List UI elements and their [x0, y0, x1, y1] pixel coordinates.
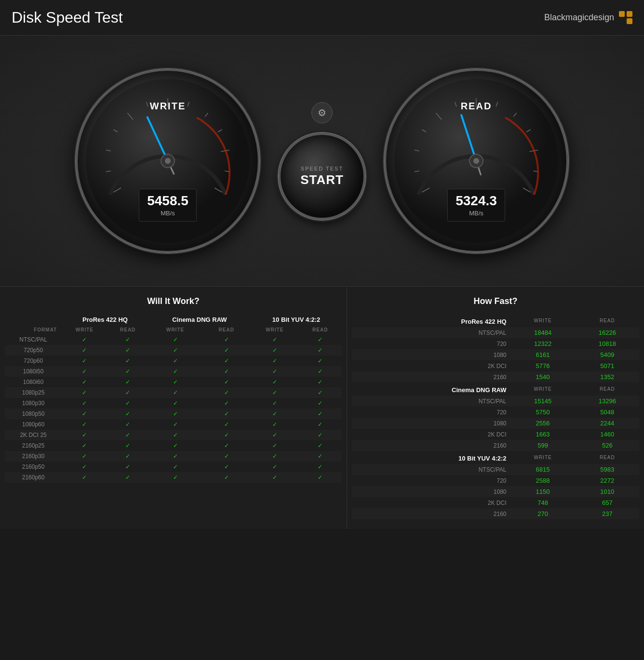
brand-icon-cell-2: [627, 11, 632, 17]
check-mark: ✓: [202, 451, 251, 462]
hf-col-read: READ: [576, 451, 639, 464]
codec-header-3: 10 Bit YUV 4:2:2: [251, 314, 342, 325]
hf-read-value: 237: [576, 508, 639, 519]
check-mark: ✓: [202, 430, 251, 440]
hf-write-value: 6815: [510, 464, 576, 475]
hf-read-value: 1460: [576, 429, 639, 440]
check-mark: ✓: [107, 409, 148, 419]
hf-data-row: 108061615409: [352, 349, 639, 360]
hf-data-row: 2160270237: [352, 508, 639, 519]
write-gauge-outer: WRITE 5458.5 MB/s: [76, 69, 259, 252]
check-mark: ✓: [298, 430, 342, 440]
check-mark: ✓: [107, 430, 148, 440]
check-mark: ✓: [298, 356, 342, 366]
hf-data-row: 2K DCI748657: [352, 497, 639, 508]
hf-read-value: 1010: [576, 486, 639, 497]
wiw-write-3: WRITE: [251, 325, 298, 334]
table-row: 1080i60✓✓✓✓✓✓: [5, 377, 342, 387]
svg-line-22: [455, 102, 456, 106]
hf-row-label: 1080: [352, 486, 510, 497]
check-mark: ✓: [62, 356, 107, 366]
hf-write-value: 15145: [510, 396, 576, 407]
check-mark: ✓: [148, 398, 202, 409]
table-row: 2160p25✓✓✓✓✓✓: [5, 440, 342, 451]
svg-line-21: [436, 113, 442, 119]
format-col-header: [5, 314, 62, 325]
check-mark: ✓: [62, 440, 107, 451]
check-mark: ✓: [62, 398, 107, 409]
wiw-write-1: WRITE: [62, 325, 107, 334]
hf-read-value: 2272: [576, 475, 639, 486]
check-mark: ✓: [148, 451, 202, 462]
check-mark: ✓: [202, 334, 251, 345]
check-mark: ✓: [148, 366, 202, 377]
hf-row-label: NTSC/PAL: [352, 396, 510, 407]
check-mark: ✓: [251, 356, 298, 366]
hf-row-label: 2160: [352, 440, 510, 451]
hf-col-read: READ: [576, 314, 639, 327]
check-mark: ✓: [107, 334, 148, 345]
hf-data-row: 2K DCI16631460: [352, 429, 639, 440]
svg-line-25: [513, 113, 516, 117]
row-format-label: NTSC/PAL: [5, 334, 62, 345]
hf-read-value: 5409: [576, 349, 639, 360]
check-mark: ✓: [202, 398, 251, 409]
format-sub-header: FORMAT: [5, 325, 62, 334]
check-mark: ✓: [148, 377, 202, 387]
codec-header-1: ProRes 422 HQ: [62, 314, 148, 325]
hf-section-header: Cinema DNG RAWWRITEREAD: [352, 383, 639, 396]
check-mark: ✓: [202, 440, 251, 451]
check-mark: ✓: [202, 377, 251, 387]
hf-col-write: WRITE: [510, 383, 576, 396]
brand-name: Blackmagicdesign: [544, 13, 614, 23]
wiw-write-2: WRITE: [148, 325, 202, 334]
start-button[interactable]: SPEED TEST START: [279, 133, 365, 220]
hf-data-row: 72025882272: [352, 475, 639, 486]
check-mark: ✓: [107, 377, 148, 387]
check-mark: ✓: [298, 409, 342, 419]
row-format-label: 2160p30: [5, 451, 62, 462]
svg-line-4: [127, 113, 133, 119]
hf-data-row: 7201232210818: [352, 338, 639, 349]
row-format-label: 1080p60: [5, 419, 62, 430]
hf-col-write: WRITE: [510, 451, 576, 464]
check-mark: ✓: [148, 472, 202, 483]
table-row: 1080p30✓✓✓✓✓✓: [5, 398, 342, 409]
check-mark: ✓: [107, 398, 148, 409]
hf-write-value: 6161: [510, 349, 576, 360]
hf-section-header: ProRes 422 HQWRITEREAD: [352, 314, 639, 327]
brand-icon-cell-3: [619, 18, 625, 24]
check-mark: ✓: [148, 345, 202, 356]
check-mark: ✓: [107, 462, 148, 472]
hf-data-row: 108025562244: [352, 418, 639, 429]
will-it-work-tbody: NTSC/PAL✓✓✓✓✓✓720p50✓✓✓✓✓✓720p60✓✓✓✓✓✓10…: [5, 334, 342, 483]
svg-line-26: [526, 130, 531, 132]
check-mark: ✓: [62, 366, 107, 377]
table-row: 1080p25✓✓✓✓✓✓: [5, 387, 342, 398]
hf-write-value: 2556: [510, 418, 576, 429]
hf-write-value: 1540: [510, 371, 576, 383]
check-mark: ✓: [148, 409, 202, 419]
hf-col-write: WRITE: [510, 314, 576, 327]
hf-read-value: 2244: [576, 418, 639, 429]
hf-data-row: 2K DCI57765071: [352, 360, 639, 371]
row-format-label: 2160p50: [5, 462, 62, 472]
table-row: 2160p30✓✓✓✓✓✓: [5, 451, 342, 462]
hf-data-row: 72057505048: [352, 407, 639, 418]
hf-col-read: READ: [576, 383, 639, 396]
check-mark: ✓: [298, 419, 342, 430]
settings-button[interactable]: ⚙: [311, 102, 333, 123]
brand-icon-cell-4: [627, 18, 632, 24]
check-mark: ✓: [251, 419, 298, 430]
hf-row-label: 2K DCI: [352, 360, 510, 371]
check-mark: ✓: [148, 440, 202, 451]
hf-row-label: 720: [352, 338, 510, 349]
hf-read-value: 13296: [576, 396, 639, 407]
check-mark: ✓: [298, 345, 342, 356]
hf-section-label: 10 Bit YUV 4:2:2: [352, 451, 510, 464]
check-mark: ✓: [107, 451, 148, 462]
check-mark: ✓: [62, 387, 107, 398]
row-format-label: 1080i60: [5, 377, 62, 387]
hf-read-value: 1352: [576, 371, 639, 383]
table-row: 1080p60✓✓✓✓✓✓: [5, 419, 342, 430]
